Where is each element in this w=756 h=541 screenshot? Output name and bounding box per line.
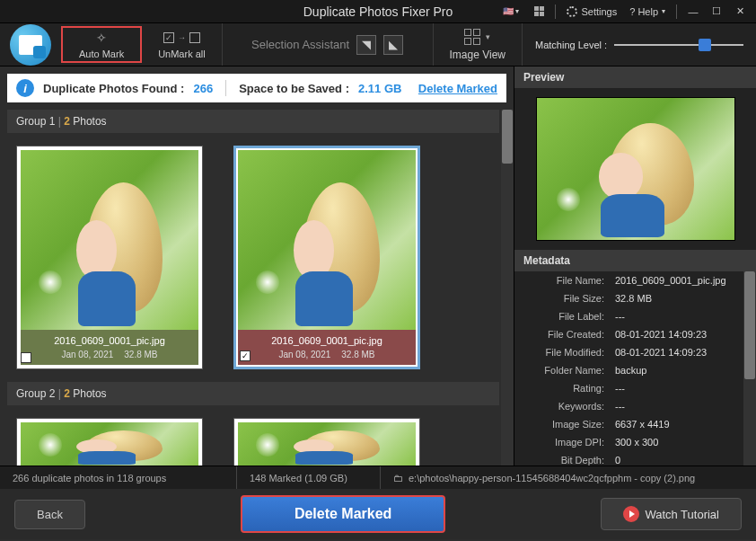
status-marked: 148 Marked (1.09 GB) [237, 466, 381, 489]
close-button[interactable]: ✕ [729, 3, 751, 21]
metadata-scrollbar[interactable] [743, 271, 756, 466]
help-button[interactable]: ? Help▾ [624, 6, 671, 17]
thumbnail-checkbox[interactable] [21, 352, 31, 363]
image-view-button[interactable]: ▾ Image View [434, 23, 523, 66]
language-flag[interactable]: 🇺🇸▾ [496, 3, 526, 21]
metadata-row: File Size:32.8 MB [514, 289, 756, 307]
info-bar: i Duplicate Photos Found : 266 Space to … [7, 74, 506, 102]
minimize-button[interactable]: — [682, 3, 704, 21]
metadata-header: Metadata [514, 250, 756, 271]
app-logo [0, 23, 61, 66]
selection-tool-1[interactable]: ◥ [356, 35, 376, 55]
photo-thumbnail[interactable] [16, 418, 203, 466]
metadata-row: Image Size:6637 x 4419 [514, 415, 756, 433]
gear-icon [567, 6, 577, 17]
found-label: Duplicate Photos Found : [43, 82, 184, 95]
selection-tool-2[interactable]: ◣ [383, 35, 403, 55]
wand-icon: ✧ [96, 30, 107, 46]
thumbnail-caption: 2016_0609_0001_pic.jpgJan 08, 202132.8 M… [21, 330, 198, 365]
scroll-thumb[interactable] [744, 271, 755, 379]
maximize-button[interactable]: ☐ [706, 3, 727, 21]
metadata-row: File Created:08-01-2021 14:09:23 [514, 325, 756, 343]
watch-tutorial-button[interactable]: Watch Tutorial [601, 498, 742, 530]
slider-thumb[interactable] [699, 39, 711, 51]
selection-assistant: Selection Assistant ◥ ◣ [223, 23, 434, 66]
metadata-row: Keywords:--- [514, 397, 756, 415]
metadata-row: Folder Name:backup [514, 361, 756, 379]
thumbnail-checkbox[interactable]: ✓ [240, 350, 251, 361]
status-dup-groups: 266 duplicate photos in 118 groups [0, 466, 237, 489]
groups-scrollbar[interactable] [501, 110, 514, 466]
group-header: Group 2 | 2 Photos [7, 382, 499, 405]
metadata-row: File Modified:08-01-2021 14:09:23 [514, 343, 756, 361]
metadata-row: File Name:2016_0609_0001_pic.jpg [514, 271, 756, 289]
found-count: 266 [193, 82, 213, 95]
folder-icon: 🗀 [393, 473, 403, 483]
thumbnail-caption: 2016_0609_0001_pic.jpgJan 08, 202132.8 M… [238, 330, 416, 365]
metadata-row: Bit Depth:0 [514, 451, 756, 466]
preview-image [536, 97, 735, 241]
unmark-icon: ✓→ [163, 30, 200, 46]
apps-grid-icon[interactable] [528, 3, 549, 21]
play-icon [623, 506, 639, 522]
preview-header: Preview [514, 67, 756, 88]
back-button[interactable]: Back [14, 500, 85, 529]
space-value: 2.11 GB [358, 82, 401, 95]
group-header: Group 1 | 2 Photos [7, 110, 499, 133]
settings-button[interactable]: Settings [561, 6, 622, 17]
photo-thumbnail[interactable]: 2016_0609_0001_pic.jpgJan 08, 202132.8 M… [233, 146, 420, 369]
photo-thumbnail[interactable] [233, 418, 420, 466]
matching-level-label: Matching Level : [535, 40, 607, 50]
photo-thumbnail[interactable]: 2016_0609_0001_pic.jpgJan 08, 202132.8 M… [16, 146, 203, 369]
auto-mark-button[interactable]: ✧ Auto Mark [61, 26, 142, 63]
grid-view-icon [464, 29, 480, 45]
matching-level-slider[interactable] [614, 44, 743, 46]
unmark-all-button[interactable]: ✓→ UnMark all [142, 23, 223, 66]
metadata-row: File Label:--- [514, 307, 756, 325]
metadata-row: Image DPI:300 x 300 [514, 433, 756, 451]
selection-assistant-label: Selection Assistant [251, 38, 349, 51]
scroll-thumb[interactable] [502, 110, 513, 164]
space-label: Space to be Saved : [239, 82, 349, 95]
delete-marked-link[interactable]: Delete Marked [418, 82, 497, 95]
info-icon: i [16, 79, 34, 97]
metadata-row: Rating:--- [514, 379, 756, 397]
delete-marked-button[interactable]: Delete Marked [241, 495, 446, 533]
status-path: 🗀e:\photos\happy-person-11545688404wc2qc… [381, 466, 756, 489]
